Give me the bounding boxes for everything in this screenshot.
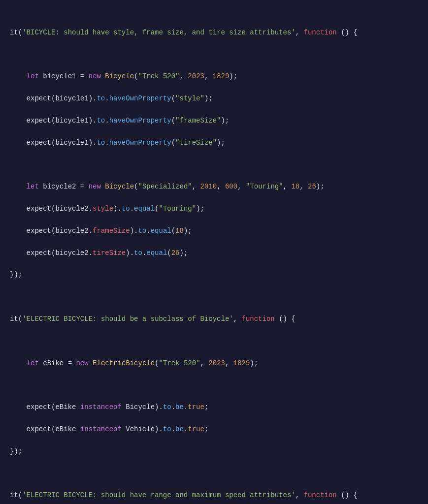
code-line: it('BICYCLE: should have style, frame si… <box>10 27 418 38</box>
code-line: expect(bicycle1).to.haveOwnProperty("sty… <box>10 93 418 104</box>
code-line <box>10 468 418 478</box>
code-line: expect(eBike instanceof Vehicle).to.be.t… <box>10 424 418 435</box>
code-line: }); <box>10 446 418 457</box>
code-editor: it('BICYCLE: should have style, frame si… <box>10 5 418 504</box>
code-line: let eBike = new ElectricBicycle("Trek 52… <box>10 358 418 369</box>
code-line: expect(eBike instanceof Bicycle).to.be.t… <box>10 402 418 412</box>
code-line: expect(bicycle1).to.haveOwnProperty("fra… <box>10 115 418 126</box>
code-line: it('ELECTRIC BICYCLE: should be a subcla… <box>10 314 418 324</box>
code-line: let bicycle2 = new Bicycle("Specialized"… <box>10 181 418 192</box>
code-line: expect(bicycle2.style).to.equal("Touring… <box>10 203 418 214</box>
code-line: it('ELECTRIC BICYCLE: should have range … <box>10 490 418 501</box>
code-line: expect(bicycle2.tireSize).to.equal(26); <box>10 248 418 258</box>
code-line <box>10 49 418 60</box>
code-line: let bicycle1 = new Bicycle("Trek 520", 2… <box>10 71 418 82</box>
code-line: }); <box>10 269 418 280</box>
code-line: expect(bicycle1).to.haveOwnProperty("tir… <box>10 137 418 148</box>
code-line <box>10 336 418 346</box>
code-line <box>10 291 418 302</box>
code-line <box>10 159 418 170</box>
code-line: expect(bicycle2.frameSize).to.equal(18); <box>10 225 418 236</box>
code-line <box>10 379 418 390</box>
